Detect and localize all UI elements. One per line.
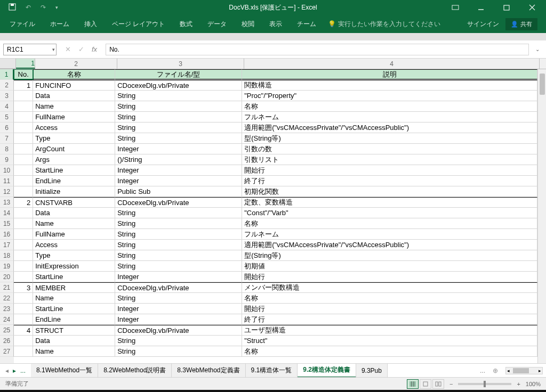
cell[interactable]: Integer bbox=[115, 165, 242, 175]
cell[interactable]: Access bbox=[33, 240, 115, 250]
cell[interactable]: FullName bbox=[33, 229, 115, 239]
table-header-cell[interactable]: ファイル名/型 bbox=[115, 69, 242, 79]
cell[interactable]: Access bbox=[33, 123, 115, 133]
row-header[interactable]: 17 bbox=[0, 240, 14, 250]
sheet-tab[interactable]: 9.3Pub bbox=[356, 364, 388, 378]
cell[interactable]: String bbox=[115, 208, 242, 218]
cell[interactable]: CDocexeDlg.vb/Private bbox=[115, 282, 242, 292]
sheet-truncated[interactable]: ... bbox=[477, 367, 488, 374]
col-header-3[interactable]: 3 bbox=[117, 59, 244, 69]
cell[interactable]: 3 bbox=[14, 282, 33, 292]
cell[interactable]: 初期化関数 bbox=[242, 186, 537, 197]
sheet-nav-next-icon[interactable]: ▸ bbox=[13, 367, 16, 374]
ribbon-tab-1[interactable]: ホーム bbox=[43, 15, 77, 33]
chevron-down-icon[interactable]: ▾ bbox=[52, 47, 55, 52]
cell[interactable]: "Struct" bbox=[242, 336, 537, 346]
cell[interactable] bbox=[14, 165, 33, 175]
ribbon-tab-8[interactable]: チーム bbox=[290, 15, 324, 33]
cell[interactable]: String bbox=[115, 240, 242, 250]
cell[interactable]: 引数の数 bbox=[242, 144, 537, 154]
cell[interactable]: StartLine bbox=[33, 165, 115, 175]
cell[interactable]: 適用範囲("vsCMAccessPrivate"/"vsCMAccessPubl… bbox=[242, 123, 537, 133]
cell[interactable]: EndLine bbox=[33, 176, 115, 186]
sheet-tab[interactable]: 8.3WebMethod定義書 bbox=[172, 364, 245, 378]
cell[interactable]: 1 bbox=[14, 80, 33, 90]
cell[interactable]: CDocexeDlg.vb/Private bbox=[115, 197, 242, 207]
cell[interactable]: String bbox=[115, 250, 242, 260]
zoom-out-button[interactable]: − bbox=[449, 381, 453, 387]
cell[interactable]: String bbox=[115, 112, 242, 122]
cell[interactable]: String bbox=[115, 261, 242, 271]
cell[interactable] bbox=[14, 304, 33, 314]
row-header[interactable]: 8 bbox=[0, 144, 14, 154]
cell[interactable]: CDocexeDlg.vb/Private bbox=[115, 325, 242, 335]
row-header[interactable]: 10 bbox=[0, 165, 14, 176]
cell[interactable]: Integer bbox=[115, 176, 242, 186]
cell[interactable]: 終了行 bbox=[242, 314, 537, 324]
row-header[interactable]: 15 bbox=[0, 218, 14, 229]
ribbon-tab-0[interactable]: ファイル bbox=[2, 15, 43, 33]
sheet-tab[interactable]: 9.1構造体一覧 bbox=[246, 364, 298, 378]
row-header[interactable]: 16 bbox=[0, 229, 14, 240]
maximize-button[interactable] bbox=[495, 0, 518, 15]
row-header[interactable]: 4 bbox=[0, 101, 14, 112]
cell[interactable]: MEMBER bbox=[33, 282, 115, 292]
cell[interactable]: Name bbox=[33, 346, 115, 356]
cell[interactable]: 引数リスト bbox=[242, 154, 537, 165]
cell[interactable]: 適用範囲("vsCMAccessPrivate"/"vsCMAccessPubl… bbox=[242, 240, 537, 250]
scroll-left-icon[interactable]: ◂ bbox=[506, 368, 511, 373]
cell[interactable]: Name bbox=[33, 218, 115, 228]
cell[interactable]: Data bbox=[33, 208, 115, 218]
sheet-nav-first-icon[interactable]: ◂ bbox=[5, 367, 9, 374]
cell[interactable]: String bbox=[115, 123, 242, 133]
cell[interactable]: Name bbox=[33, 293, 115, 303]
cell[interactable]: 名称 bbox=[242, 101, 537, 111]
zoom-level[interactable]: 100% bbox=[526, 381, 541, 387]
redo-icon[interactable]: ↷ bbox=[41, 4, 46, 11]
row-header[interactable]: 1 bbox=[0, 69, 14, 80]
cell[interactable]: 開始行 bbox=[242, 304, 537, 314]
cell[interactable]: Integer bbox=[115, 144, 242, 154]
cell[interactable]: Integer bbox=[115, 304, 242, 314]
cell[interactable]: InitExpression bbox=[33, 261, 115, 271]
cell[interactable]: 4 bbox=[14, 325, 33, 335]
table-header-cell[interactable]: 名称 bbox=[33, 69, 115, 79]
row-header[interactable]: 12 bbox=[0, 186, 14, 197]
cell[interactable]: Initialize bbox=[33, 186, 115, 197]
view-page-break-button[interactable] bbox=[432, 379, 444, 389]
cell[interactable]: String bbox=[115, 293, 242, 303]
cell[interactable]: String bbox=[115, 101, 242, 111]
cell[interactable]: String bbox=[115, 91, 242, 101]
enter-icon[interactable]: ✓ bbox=[78, 45, 84, 53]
cell[interactable]: String bbox=[115, 346, 242, 356]
qat-dropdown-icon[interactable]: ▾ bbox=[55, 5, 58, 10]
cell[interactable]: 開始行 bbox=[242, 165, 537, 175]
cell[interactable] bbox=[14, 154, 33, 165]
cell[interactable]: Integer bbox=[115, 314, 242, 324]
row-header[interactable]: 25 bbox=[0, 325, 14, 336]
row-header[interactable]: 20 bbox=[0, 272, 14, 282]
signin-link[interactable]: サインイン bbox=[467, 20, 499, 29]
sheet-tab[interactable]: 8.2WebMethod説明書 bbox=[98, 364, 172, 378]
view-page-layout-button[interactable] bbox=[420, 379, 431, 389]
minimize-button[interactable] bbox=[469, 0, 493, 15]
cancel-icon[interactable]: ✕ bbox=[65, 45, 71, 53]
row-header[interactable]: 13 bbox=[0, 197, 14, 208]
cell[interactable]: EndLine bbox=[33, 314, 115, 324]
cell[interactable]: StartLine bbox=[33, 272, 115, 282]
cell[interactable]: Type bbox=[33, 133, 115, 143]
cell[interactable] bbox=[14, 272, 33, 282]
fx-icon[interactable]: fx bbox=[92, 45, 97, 53]
cell[interactable]: STRUCT bbox=[33, 325, 115, 335]
cell[interactable]: String bbox=[115, 218, 242, 228]
cell[interactable] bbox=[14, 144, 33, 154]
zoom-in-button[interactable]: + bbox=[517, 381, 520, 387]
vertical-scrollbar[interactable] bbox=[537, 69, 546, 363]
col-header-2[interactable]: 2 bbox=[35, 59, 117, 69]
formula-input[interactable]: No. bbox=[106, 44, 529, 55]
scroll-right-icon[interactable]: ▸ bbox=[537, 368, 542, 373]
cell[interactable]: "Proc"/"Property" bbox=[242, 91, 537, 101]
cell[interactable]: 名称 bbox=[242, 293, 537, 303]
cell[interactable]: フルネーム bbox=[242, 112, 537, 122]
cell[interactable]: 2 bbox=[14, 197, 33, 207]
